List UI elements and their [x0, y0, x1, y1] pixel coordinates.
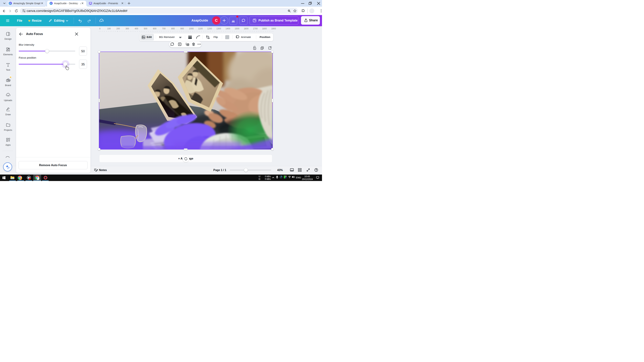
svg-text:C: C [50, 2, 52, 4]
svg-text:C: C [10, 2, 11, 4]
